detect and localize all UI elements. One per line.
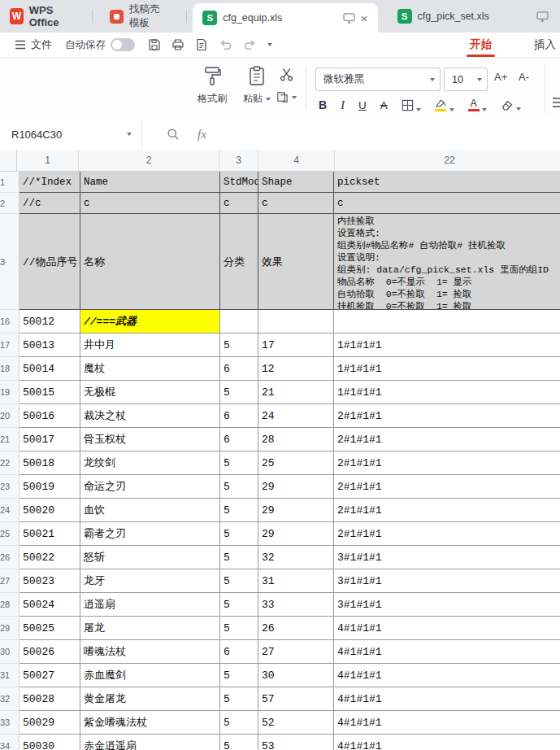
font-name-select[interactable]: 微软雅黑 [315,68,441,91]
cell-shape-title[interactable]: Shape [258,172,334,193]
cell-index[interactable]: 50025 [20,617,80,640]
cell-shape[interactable]: 28 [258,428,334,451]
bold-button[interactable]: B [319,98,327,111]
cell-stdmode[interactable]: 5 [220,735,258,750]
search-icon[interactable] [167,128,180,141]
row-header[interactable]: 1 [0,172,20,193]
cell-pickset[interactable]: 2#1#1#1 [334,522,560,546]
cell-shape[interactable]: 52 [258,711,334,735]
cell-index[interactable]: 50015 [20,381,80,404]
cell-shape[interactable]: 26 [258,617,334,640]
decrease-font-button[interactable]: A- [519,71,529,83]
chevron-down-icon[interactable] [482,108,487,111]
save-icon[interactable] [148,38,161,51]
row-header[interactable]: 28 [0,593,20,617]
chevron-down-icon[interactable] [472,68,487,90]
cell-stdmode[interactable]: 6 [220,640,258,664]
ribbon-tab-home[interactable]: 开始 [459,33,502,57]
cell-stdmode[interactable]: 5 [220,711,258,735]
autosave-toggle[interactable] [111,38,135,51]
cell-index[interactable]: 50027 [20,664,80,687]
cell-pickset[interactable]: 4#1#1#1 [334,687,560,711]
column-header[interactable]: 2 [79,150,219,171]
cell-stdmode[interactable]: 5 [220,522,258,546]
row-header[interactable]: 25 [0,522,20,546]
cell-pickset[interactable]: 4#1#1#1 [334,617,560,640]
row-header[interactable]: 30 [0,640,20,664]
row-header[interactable]: 34 [0,735,20,750]
row-header[interactable]: 23 [0,475,20,499]
row-header[interactable]: 26 [0,546,20,569]
print-preview-icon[interactable] [195,38,208,51]
format-painter-button[interactable]: 格式刷 [189,66,236,106]
undo-icon[interactable] [219,39,232,51]
ribbon-tab-insert[interactable]: 插入 [523,33,560,57]
cell-stdmode[interactable]: 5 [220,569,258,593]
cell-pickset[interactable]: 2#1#1#1 [334,428,560,451]
cell-index[interactable]: 50022 [20,546,80,569]
cell-index-title[interactable]: //*Index [20,172,80,193]
row-header[interactable]: 33 [0,711,20,735]
cell[interactable]: c [258,193,334,214]
redo-dropdown-icon[interactable] [267,43,272,46]
cell-pickset-title[interactable]: pickset [334,172,560,193]
cell[interactable]: c [334,193,560,214]
cell-pickset[interactable]: 3#1#1#1 [334,593,560,617]
cell-name[interactable]: 龙牙 [80,569,220,593]
redo-icon[interactable] [243,39,257,51]
cell[interactable]: c [220,193,258,214]
borders-button[interactable] [402,99,421,111]
fill-color-button[interactable] [435,98,454,111]
cell-pickset[interactable]: 4#1#1#1 [334,664,560,687]
copy-icon[interactable] [276,91,289,103]
cell-stdmode[interactable]: 6 [220,357,258,381]
chevron-down-icon[interactable] [127,133,132,136]
cell-index[interactable]: 50030 [20,735,80,750]
cell[interactable]: //物品序号 [20,214,80,310]
cell-stdmode[interactable]: 6 [220,428,258,451]
cell-index[interactable]: 50016 [20,404,80,428]
cell-name[interactable]: 命运之刃 [80,475,220,499]
cell-pickset[interactable]: 2#1#1#1 [334,475,560,499]
file-menu-button[interactable]: 文件 [8,33,59,57]
cell-stdmode[interactable]: 5 [220,687,258,711]
cell-stdmode[interactable]: 5 [220,475,258,499]
cell-pickset[interactable] [334,310,560,334]
cell-shape[interactable]: 53 [258,735,334,750]
cell[interactable]: //c [20,193,80,214]
cell-stdmode[interactable]: 5 [220,451,258,475]
cell-stdmode[interactable]: 5 [220,593,258,617]
cell-shape[interactable]: 31 [258,569,334,593]
cell-stdmode[interactable]: 5 [220,499,258,522]
cell-name[interactable]: 血饮 [80,499,220,522]
chevron-down-icon[interactable] [425,68,440,90]
cell-name[interactable]: 裁决之杖 [80,404,220,428]
row-header[interactable]: 18 [0,357,20,381]
cell-pickset[interactable]: 3#1#1#1 [334,569,560,593]
cell-shape[interactable]: 24 [258,404,334,428]
cell-index[interactable]: 50014 [20,357,80,381]
row-header[interactable]: 24 [0,499,20,522]
increase-font-button[interactable]: A+ [494,71,507,83]
cell-shape[interactable]: 25 [258,451,334,475]
insert-function-button[interactable]: fx [198,128,206,142]
cell-stdmode[interactable]: 5 [220,381,258,404]
cell[interactable]: c [80,193,220,214]
row-header[interactable]: 27 [0,569,20,593]
cell-stdmode[interactable]: 5 [220,334,258,357]
cell-pickset[interactable]: 4#1#1#1 [334,640,560,664]
cell-name[interactable]: 魔杖 [80,357,220,381]
column-header[interactable]: 4 [258,150,335,171]
cell-name[interactable]: 黄金屠龙 [80,687,220,711]
cell-name[interactable]: 井中月 [80,334,220,357]
font-size-select[interactable]: 10 [444,68,488,91]
cell-name[interactable]: 龙纹剑 [80,451,220,475]
cell-index[interactable]: 50021 [20,522,80,546]
cell-pickset[interactable]: 3#1#1#1 [334,546,560,569]
cell-pickset[interactable]: 2#1#1#1 [334,451,560,475]
cell-index[interactable]: 50017 [20,428,80,451]
row-header[interactable]: 22 [0,451,20,475]
row-header[interactable]: 31 [0,664,20,687]
wps-office-button[interactable]: W WPS Office [0,0,86,33]
cell-pickset[interactable]: 4#1#1#1 [334,735,560,750]
